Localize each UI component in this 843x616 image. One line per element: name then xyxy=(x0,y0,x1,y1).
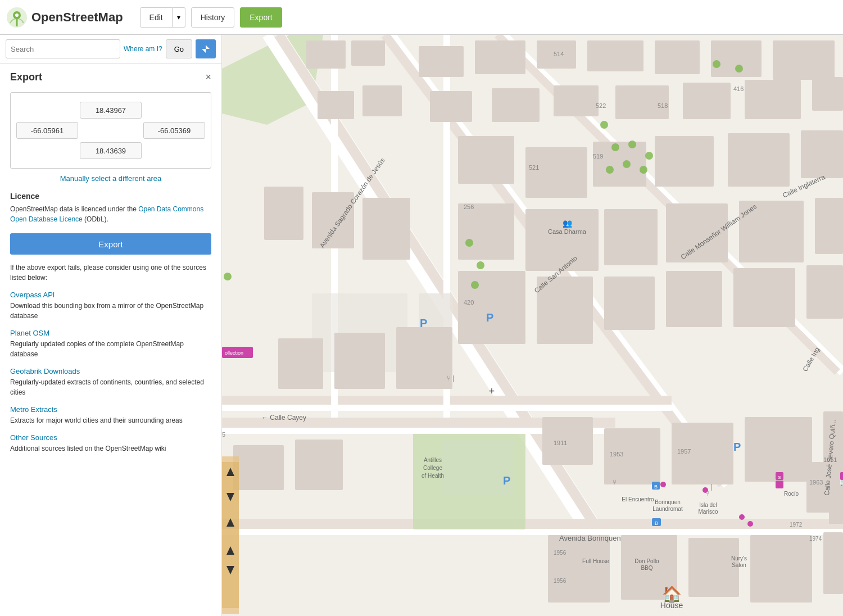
svg-point-120 xyxy=(623,160,631,168)
sidebar: Where am I? Go Export × xyxy=(0,35,222,616)
svg-rect-23 xyxy=(475,40,525,74)
svg-marker-3 xyxy=(206,45,210,49)
bbox-north-input[interactable] xyxy=(80,102,142,119)
svg-text:+: + xyxy=(489,386,495,397)
svg-rect-63 xyxy=(396,327,452,389)
bbox-south-row xyxy=(16,142,205,159)
map-svg: 514 256 522 521 519 518 416 420 1911 195… xyxy=(222,35,843,616)
edit-dropdown-button[interactable]: ▾ xyxy=(173,7,185,28)
sources-list: Overpass APIDownload this bounding box f… xyxy=(10,291,211,454)
licence-section: Licence OpenStreetMap data is licenced u… xyxy=(10,192,211,224)
bbox-north-row xyxy=(16,102,205,119)
search-bar: Where am I? Go xyxy=(0,35,221,64)
licence-text-2: (ODbL). xyxy=(83,215,108,223)
svg-text:P: P xyxy=(420,317,427,329)
bbox-east-input[interactable] xyxy=(143,122,205,139)
svg-rect-73 xyxy=(745,417,812,482)
directions-button[interactable] xyxy=(196,39,216,58)
svg-point-127 xyxy=(224,273,232,280)
svg-point-174 xyxy=(703,487,708,493)
svg-text:Full House: Full House xyxy=(582,558,609,564)
svg-point-116 xyxy=(600,121,608,129)
svg-text:of Health: of Health xyxy=(422,473,444,479)
svg-text:Nury's: Nury's xyxy=(731,555,747,561)
export-panel-title: Export xyxy=(10,71,42,83)
svg-rect-40 xyxy=(593,142,646,187)
svg-rect-82 xyxy=(823,532,843,594)
map-container[interactable]: 514 256 522 521 519 518 416 420 1911 195… xyxy=(222,35,843,616)
svg-text:Marisco: Marisco xyxy=(698,509,718,515)
svg-text:1963: 1963 xyxy=(809,479,823,486)
svg-rect-50 xyxy=(264,187,303,240)
svg-text:ollection: ollection xyxy=(225,350,243,356)
svg-point-126 xyxy=(471,281,479,289)
source-link-1[interactable]: Planet OSM xyxy=(10,329,211,337)
svg-text:519: 519 xyxy=(593,153,603,160)
svg-text:420: 420 xyxy=(464,299,474,306)
close-button[interactable]: × xyxy=(205,71,211,83)
source-item: Other SourcesAdditional sources listed o… xyxy=(10,433,211,454)
svg-text:|: | xyxy=(711,483,713,491)
svg-point-119 xyxy=(640,166,647,174)
svg-text:⑂: ⑂ xyxy=(613,478,617,486)
bbox-south-input[interactable] xyxy=(80,142,142,159)
licence-title: Licence xyxy=(10,192,211,201)
svg-rect-45 xyxy=(458,203,514,260)
licence-text-1: OpenStreetMap data is licenced under the xyxy=(10,205,138,213)
export-fail-text: If the above export fails, please consid… xyxy=(10,262,211,283)
svg-rect-58 xyxy=(666,271,722,327)
source-desc-2: Regularly-updated extracts of continents… xyxy=(10,377,211,397)
svg-text:5: 5 xyxy=(222,431,225,438)
svg-rect-36 xyxy=(745,80,801,119)
export-header-button[interactable]: Export xyxy=(240,7,282,28)
svg-point-125 xyxy=(477,261,484,269)
svg-rect-39 xyxy=(458,136,514,184)
manual-select-link[interactable]: Manually select a different area xyxy=(10,174,211,183)
svg-point-122 xyxy=(606,166,614,174)
svg-rect-37 xyxy=(812,77,843,111)
svg-rect-51 xyxy=(604,209,658,265)
osm-logo-icon xyxy=(6,6,28,29)
svg-text:1972: 1972 xyxy=(790,522,803,528)
svg-text:1956: 1956 xyxy=(554,578,566,584)
svg-rect-42 xyxy=(728,133,790,187)
export-panel-header: Export × xyxy=(10,71,211,83)
source-link-0[interactable]: Overpass API xyxy=(10,291,211,299)
logo-area: OpenStreetMap xyxy=(6,6,123,29)
search-input[interactable] xyxy=(6,39,120,58)
svg-rect-21 xyxy=(351,40,385,66)
svg-point-117 xyxy=(628,141,636,148)
bbox-west-input[interactable] xyxy=(16,122,78,139)
svg-point-123 xyxy=(735,65,743,73)
export-action-button[interactable]: Export xyxy=(10,233,211,255)
svg-rect-27 xyxy=(711,40,762,77)
source-desc-4: Additional sources listed on the OpenStr… xyxy=(10,443,211,454)
svg-rect-26 xyxy=(655,40,700,74)
where-am-i-link[interactable]: Where am I? xyxy=(124,45,162,53)
source-link-4[interactable]: Other Sources xyxy=(10,433,211,442)
source-link-3[interactable]: Metro Extracts xyxy=(10,405,211,414)
svg-rect-70 xyxy=(542,417,593,465)
svg-text:Isla del: Isla del xyxy=(699,502,717,508)
svg-text:1957: 1957 xyxy=(677,448,691,455)
svg-text:B: B xyxy=(655,520,658,526)
go-button[interactable]: Go xyxy=(166,39,192,58)
svg-text:← Calle Cayey: ← Calle Cayey xyxy=(261,414,306,422)
svg-rect-68 xyxy=(233,445,284,490)
edit-button[interactable]: Edit xyxy=(140,7,173,28)
history-button[interactable]: History xyxy=(191,7,235,28)
svg-text:514: 514 xyxy=(554,51,564,57)
source-desc-0: Download this bounding box from a mirror… xyxy=(10,301,211,321)
svg-rect-43 xyxy=(801,130,843,178)
svg-rect-81 xyxy=(750,535,812,603)
svg-text:518: 518 xyxy=(658,102,668,109)
source-item: Geofabrik DownloadsRegularly-updated ext… xyxy=(10,367,211,397)
edit-button-group: Edit ▾ xyxy=(140,7,185,28)
source-link-2[interactable]: Geofabrik Downloads xyxy=(10,367,211,375)
svg-rect-57 xyxy=(604,277,655,330)
svg-text:|: | xyxy=(452,374,454,382)
svg-point-2 xyxy=(15,13,19,17)
svg-text:El Encuentro: El Encuentro xyxy=(622,496,654,502)
svg-text:Laundromat: Laundromat xyxy=(652,506,683,512)
svg-rect-65 xyxy=(441,440,514,496)
